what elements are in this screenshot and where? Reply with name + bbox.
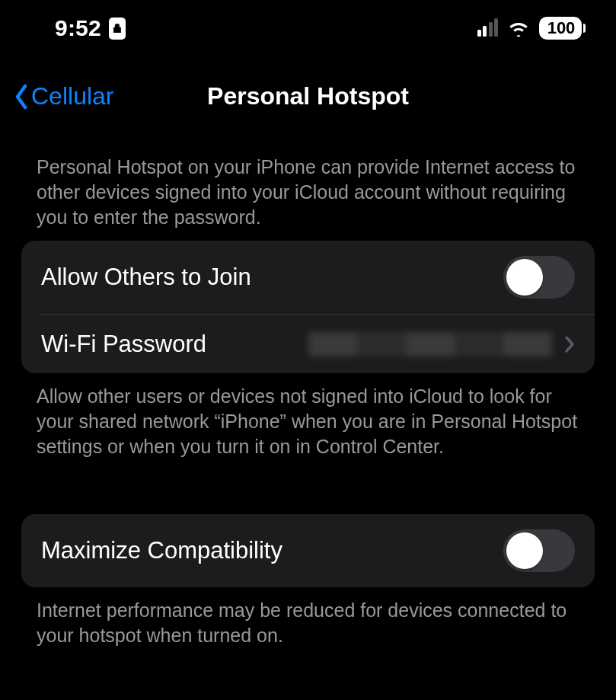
allow-others-row[interactable]: Allow Others to Join [21,241,595,314]
compatibility-footer: Internet performance may be reduced for … [21,587,595,648]
chevron-right-icon [564,335,575,353]
status-time: 9:52 [55,15,101,41]
allow-others-toggle[interactable] [503,256,575,299]
allow-others-footer: Allow other users or devices not signed … [21,373,595,459]
wifi-icon [507,20,530,37]
hotspot-settings-group: Allow Others to Join Wi-Fi Password [21,241,595,373]
navigation-bar: Cellular Personal Hotspot [0,52,616,118]
chevron-left-icon [14,84,29,110]
maximize-compatibility-toggle[interactable] [503,529,575,572]
maximize-compatibility-label: Maximize Compatibility [41,537,282,564]
compatibility-group: Maximize Compatibility [21,514,595,587]
back-button[interactable]: Cellular [14,82,113,110]
wifi-password-label: Wi-Fi Password [41,331,206,358]
status-left: 9:52 [55,15,126,41]
allow-others-label: Allow Others to Join [41,264,251,291]
cellular-signal-icon [477,20,499,37]
maximize-compatibility-row[interactable]: Maximize Compatibility [21,514,595,587]
back-label: Cellular [31,82,113,110]
wifi-password-value [308,332,552,356]
status-right: 100 [477,17,586,40]
nametag-icon [109,18,126,40]
battery-indicator: 100 [539,17,586,40]
section-intro-text: Personal Hotspot on your iPhone can prov… [21,118,595,241]
battery-level: 100 [539,17,582,40]
wifi-password-row[interactable]: Wi-Fi Password [41,314,595,373]
status-bar: 9:52 100 [0,0,616,52]
